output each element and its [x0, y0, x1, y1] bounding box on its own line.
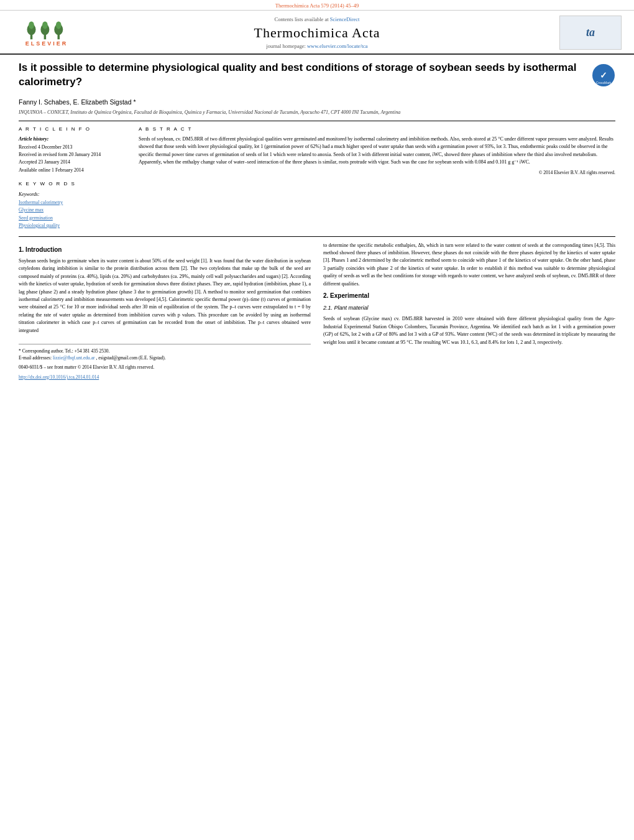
body-col-right: to determine the specific metabolic enth…: [323, 242, 615, 381]
journal-title: Thermochimica Acta: [81, 25, 553, 41]
keyword-3[interactable]: Seed germination: [19, 215, 127, 222]
elsevier-brand-label: ELSEVIER: [25, 40, 68, 47]
journal-homepage: journal homepage: www.elsevier.com/locat…: [81, 43, 553, 49]
ta-logo-text: ta: [586, 26, 595, 39]
article-authors: Fanny I. Schabes, E. Elizabeth Sigstad *: [19, 98, 615, 106]
crossmark-badge-icon: ✓ CrossMark: [592, 63, 615, 87]
svg-point-8: [56, 21, 62, 29]
homepage-label: journal homepage:: [266, 43, 306, 49]
corresponding-author: * Corresponding author. Tel.: +54 381 43…: [19, 348, 311, 354]
abstract-text: Seeds of soybean, cv. DM5.8RR of two dif…: [139, 136, 615, 176]
keywords-block: K E Y W O R D S Keywords: Isothermal cal…: [19, 180, 127, 229]
article-title-section: Is it possible to determine physiologica…: [19, 61, 615, 93]
keywords-label: Keywords:: [19, 192, 40, 197]
keyword-4[interactable]: Physiological quality: [19, 222, 127, 229]
abstract-heading: A B S T R A C T: [139, 126, 615, 132]
email-label: E-mail addresses:: [19, 355, 52, 361]
subsection2-1-title: 2.1. Plant material: [323, 304, 615, 313]
subsection2-1-text: Seeds of soybean (Glycine max) cv. DM5.8…: [323, 315, 615, 346]
keyword-2[interactable]: Glycine max: [19, 206, 127, 214]
page-wrapper: Thermochimica Acta 579 (2014) 45–49 ELSE…: [0, 0, 634, 840]
email-separator: , esigstad@gmail.com: [96, 355, 137, 361]
ta-logo: ta: [559, 16, 622, 50]
footnote-section: * Corresponding author. Tel.: +54 381 43…: [19, 344, 311, 381]
svg-point-2: [29, 21, 34, 29]
authors-text: Fanny I. Schabes, E. Elizabeth Sigstad *: [19, 98, 136, 106]
history-label: Article history:: [19, 136, 48, 142]
keywords-section-heading: K E Y W O R D S: [19, 180, 127, 188]
received-revised-date: Received in revised form 20 January 2014: [19, 152, 101, 157]
article-affiliation: INQUINOA – CONICET, Instituto de Química…: [19, 109, 615, 116]
ta-logo-area: ta: [553, 16, 622, 50]
homepage-url-link[interactable]: www.elsevier.com/locate/tca: [307, 43, 368, 49]
top-bar: Thermochimica Acta 579 (2014) 45–49: [0, 0, 634, 11]
article-title: Is it possible to determine physiologica…: [19, 61, 592, 90]
contents-text: Contents lists available at: [275, 16, 329, 22]
received-date: Received 4 December 2013: [19, 144, 72, 150]
svg-point-5: [42, 21, 48, 29]
doi-link[interactable]: http://dx.doi.org/10.1016/j.tca.2014.01.…: [19, 374, 99, 380]
body-two-col: 1. Introduction Soybean seeds begin to g…: [19, 242, 615, 381]
copyright-line: © 2014 Elsevier B.V. All rights reserved…: [139, 169, 615, 177]
accepted-date: Accepted 23 January 2014: [19, 159, 70, 165]
article-info-col: A R T I C L E I N F O Article history: R…: [19, 126, 127, 229]
issn-line: 0040-6031/$ – see front matter © 2014 El…: [19, 364, 311, 371]
intro-paragraph-1: Soybean seeds begin to germinate when it…: [19, 257, 311, 335]
intro-paragraph-2: to determine the specific metabolic enth…: [323, 242, 615, 288]
doi-line: http://dx.doi.org/10.1016/j.tca.2014.01.…: [19, 374, 311, 381]
article-info-heading: A R T I C L E I N F O: [19, 126, 127, 132]
body-col-left: 1. Introduction Soybean seeds begin to g…: [19, 242, 311, 381]
abstract-col: A B S T R A C T Seeds of soybean, cv. DM…: [139, 126, 615, 229]
svg-text:CrossMark: CrossMark: [596, 81, 612, 85]
email-author: (E.E. Sigstad).: [139, 355, 166, 361]
article-info-abstract: A R T I C L E I N F O Article history: R…: [19, 121, 615, 229]
journal-header: ELSEVIER Contents lists available at Sci…: [0, 11, 634, 55]
section1-title: 1. Introduction: [19, 245, 311, 255]
available-online-date: Available online 1 February 2014: [19, 167, 84, 173]
keyword-1[interactable]: Isothermal calorimetry: [19, 199, 127, 206]
article-info-block: Article history: Received 4 December 201…: [19, 136, 127, 174]
sciencedirect-link[interactable]: ScienceDirect: [330, 16, 360, 22]
body-section: 1. Introduction Soybean seeds begin to g…: [19, 236, 615, 381]
elsevier-tree-icon: [25, 19, 68, 40]
svg-text:✓: ✓: [600, 70, 607, 80]
article-main: Is it possible to determine physiologica…: [0, 55, 634, 387]
abstract-paragraph: Seeds of soybean, cv. DM5.8RR of two dif…: [139, 136, 615, 167]
journal-ref-link[interactable]: Thermochimica Acta 579 (2014) 45–49: [275, 2, 359, 9]
email-line: E-mail addresses: lizzie@fbqf.unt.edu.ar…: [19, 354, 311, 361]
section2-title: 2. Experimental: [323, 291, 615, 301]
elsevier-logo-area: ELSEVIER: [12, 19, 81, 47]
email-link-1[interactable]: lizzie@fbqf.unt.edu.ar: [53, 355, 95, 361]
journal-header-center: Contents lists available at ScienceDirec…: [81, 16, 553, 49]
contents-line: Contents lists available at ScienceDirec…: [81, 16, 553, 22]
